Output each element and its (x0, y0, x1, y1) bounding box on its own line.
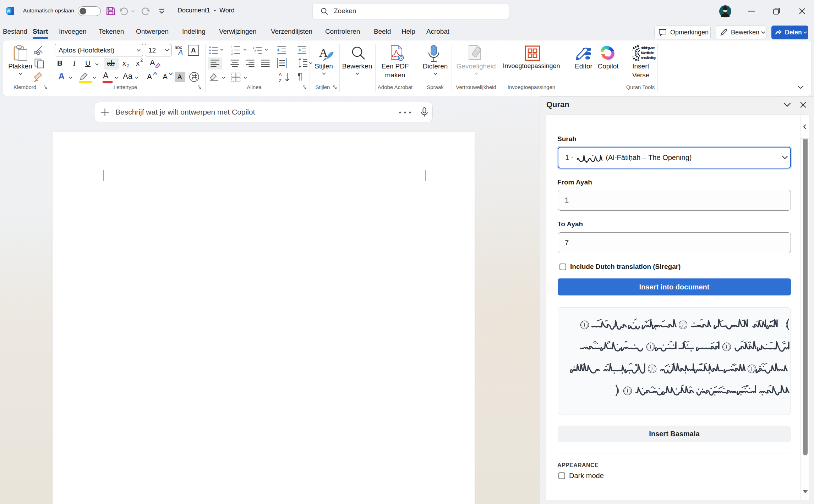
svg-text:2: 2 (231, 49, 233, 52)
svg-text:stichting voor: stichting voor (641, 46, 655, 50)
svg-text:islamitische: islamitische (641, 51, 654, 55)
svg-text:ontwikkeling: ontwikkeling (641, 56, 656, 60)
svg-text:3: 3 (231, 52, 233, 55)
svg-text:Z: Z (279, 78, 282, 83)
svg-text:i: i (256, 52, 256, 54)
svg-text:A: A (279, 72, 282, 77)
svg-text:W: W (6, 9, 10, 13)
svg-text:1: 1 (231, 46, 233, 49)
svg-text:A: A (319, 46, 328, 59)
